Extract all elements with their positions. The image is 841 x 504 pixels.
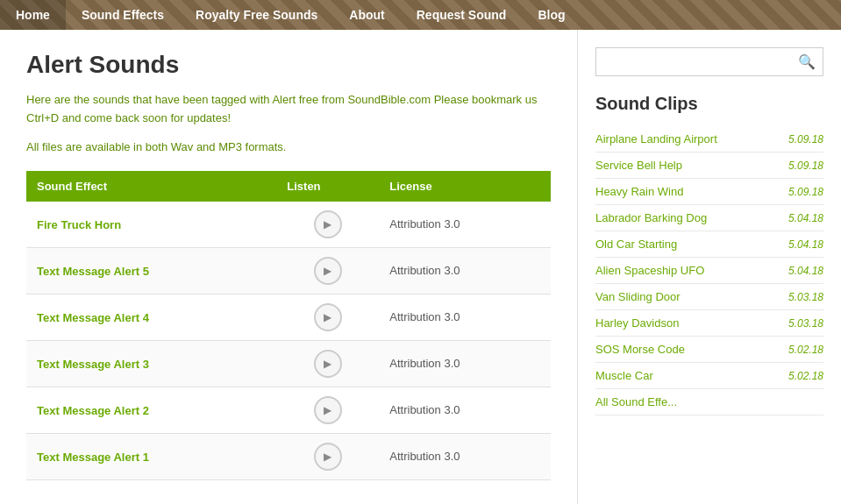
nav-item-royalty-free-sounds[interactable]: Royalty Free Sounds xyxy=(180,0,333,30)
sound-clips-title: Sound Clips xyxy=(595,94,823,114)
list-item: Labrador Barking Dog5.04.18 xyxy=(595,205,823,231)
list-item: Muscle Car5.02.18 xyxy=(595,363,823,389)
play-button[interactable]: ▶ xyxy=(314,303,342,331)
nav-item-blog[interactable]: Blog xyxy=(522,0,581,30)
sound-name-link[interactable]: Text Message Alert 1 xyxy=(37,451,149,464)
list-item: Service Bell Help5.09.18 xyxy=(595,153,823,179)
play-button[interactable]: ▶ xyxy=(314,396,342,424)
search-input[interactable] xyxy=(596,50,791,74)
table-row: Text Message Alert 2▶Attribution 3.0 xyxy=(26,387,551,433)
sounds-table: Sound Effect Listen License Fire Truck H… xyxy=(26,171,551,480)
list-item: SOS Morse Code5.02.18 xyxy=(595,337,823,363)
clip-date: 5.04.18 xyxy=(788,212,823,224)
nav-item-request-sound[interactable]: Request Sound xyxy=(401,0,523,30)
col-license: License xyxy=(379,171,551,202)
clip-name-link[interactable]: Heavy Rain Wind xyxy=(595,185,683,198)
clip-name-link[interactable]: Alien Spaceship UFO xyxy=(595,264,704,277)
play-button[interactable]: ▶ xyxy=(314,350,342,378)
clip-date: 5.09.18 xyxy=(788,133,823,146)
search-box[interactable]: 🔍 xyxy=(595,47,823,76)
table-row: Text Message Alert 4▶Attribution 3.0 xyxy=(26,294,551,340)
clip-name-link[interactable]: Van Sliding Door xyxy=(595,290,681,303)
clip-name-link[interactable]: Old Car Starting xyxy=(595,238,677,251)
table-row: Text Message Alert 5▶Attribution 3.0 xyxy=(26,247,551,294)
clip-date: 5.04.18 xyxy=(788,238,823,251)
license-cell: Attribution 3.0 xyxy=(379,340,551,387)
table-body: Fire Truck Horn▶Attribution 3.0Text Mess… xyxy=(26,202,551,480)
license-cell: Attribution 3.0 xyxy=(379,202,551,248)
clip-date: 5.03.18 xyxy=(788,317,823,330)
clip-name-link[interactable]: Service Bell Help xyxy=(595,159,682,172)
license-cell: Attribution 3.0 xyxy=(379,294,551,340)
main-content: Alert Sounds Here are the sounds that ha… xyxy=(0,30,578,504)
clip-name-link[interactable]: Labrador Barking Dog xyxy=(595,211,707,224)
clip-date: 5.09.18 xyxy=(788,186,823,198)
sound-name-link[interactable]: Fire Truck Horn xyxy=(37,218,121,231)
intro-text: Here are the sounds that have been tagge… xyxy=(26,91,551,128)
list-item: Harley Davidson5.03.18 xyxy=(595,310,823,337)
list-item: Old Car Starting5.04.18 xyxy=(595,231,823,258)
list-item: Heavy Rain Wind5.09.18 xyxy=(595,179,823,205)
play-button[interactable]: ▶ xyxy=(314,210,342,238)
clip-date: 5.09.18 xyxy=(788,160,823,172)
play-button[interactable]: ▶ xyxy=(314,443,342,471)
col-listen: Listen xyxy=(276,171,379,202)
license-cell: Attribution 3.0 xyxy=(379,247,551,294)
sound-name-link[interactable]: Text Message Alert 4 xyxy=(37,311,149,324)
license-cell: Attribution 3.0 xyxy=(379,387,551,433)
list-item: Airplane Landing Airport5.09.18 xyxy=(595,126,823,153)
sound-name-link[interactable]: Text Message Alert 5 xyxy=(37,265,149,278)
nav-item-home[interactable]: Home xyxy=(0,0,66,30)
clip-date: 5.02.18 xyxy=(788,344,823,356)
format-note: All files are available in both Wav and … xyxy=(26,140,551,153)
clip-name-link[interactable]: Muscle Car xyxy=(595,369,653,382)
clip-name-link[interactable]: Airplane Landing Airport xyxy=(595,132,717,146)
table-row: Fire Truck Horn▶Attribution 3.0 xyxy=(26,202,551,248)
col-sound-effect: Sound Effect xyxy=(26,171,276,202)
page-wrapper: Alert Sounds Here are the sounds that ha… xyxy=(0,30,841,504)
clip-name-link[interactable]: Harley Davidson xyxy=(595,316,679,330)
nav-item-about[interactable]: About xyxy=(333,0,400,30)
license-cell: Attribution 3.0 xyxy=(379,433,551,479)
clip-date: 5.02.18 xyxy=(788,370,823,382)
sound-name-link[interactable]: Text Message Alert 2 xyxy=(37,404,149,417)
table-row: Text Message Alert 3▶Attribution 3.0 xyxy=(26,340,551,387)
clip-date: 5.04.18 xyxy=(788,265,823,277)
list-item: Alien Spaceship UFO5.04.18 xyxy=(595,258,823,284)
page-title: Alert Sounds xyxy=(26,51,551,79)
search-button[interactable]: 🔍 xyxy=(791,48,823,75)
nav-item-sound-effects[interactable]: Sound Effects xyxy=(66,0,180,30)
list-item: Van Sliding Door5.03.18 xyxy=(595,284,823,310)
clip-date: 5.03.18 xyxy=(788,291,823,303)
sidebar: 🔍 Sound Clips Airplane Landing Airport5.… xyxy=(578,30,841,504)
clip-name-link[interactable]: All Sound Effe... xyxy=(595,395,677,408)
play-button[interactable]: ▶ xyxy=(314,257,342,285)
list-item: All Sound Effe... xyxy=(595,389,823,415)
main-nav: HomeSound EffectsRoyalty Free SoundsAbou… xyxy=(0,0,841,30)
clip-list: Airplane Landing Airport5.09.18Service B… xyxy=(595,126,823,415)
sound-name-link[interactable]: Text Message Alert 3 xyxy=(37,358,149,371)
table-row: Text Message Alert 1▶Attribution 3.0 xyxy=(26,433,551,479)
clip-name-link[interactable]: SOS Morse Code xyxy=(595,343,685,356)
table-header: Sound Effect Listen License xyxy=(26,171,551,202)
